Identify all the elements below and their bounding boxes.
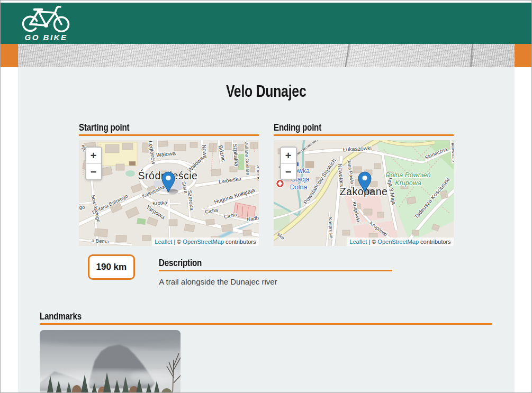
leaflet-link[interactable]: Leaflet [349, 239, 367, 245]
svg-text:Krótka: Krótka [152, 199, 167, 206]
hero-banner-image [18, 44, 515, 67]
osm-link[interactable]: OpenStreetMap [377, 239, 419, 245]
logo-text: GO BIKE [25, 33, 68, 42]
leaflet-link[interactable]: Leaflet [155, 239, 172, 245]
content-card: Velo Dunajec Starting point [18, 67, 515, 393]
hero-banner [1, 44, 531, 67]
landmarks-section: Landmarks [40, 311, 492, 393]
logo[interactable]: GO BIKE [21, 5, 71, 42]
zoom-in-button[interactable]: + [281, 148, 296, 163]
svg-text:a Bema: a Bema [91, 237, 109, 244]
ending-point-heading: Ending point [274, 122, 321, 133]
distance-badge: 190 km [88, 254, 136, 280]
landmarks-heading: Landmarks [40, 311, 82, 322]
hospital-icon [276, 180, 284, 188]
ending-point-section: Ending point [274, 122, 454, 246]
zoom-in-button[interactable]: + [86, 148, 101, 163]
maps-row: Starting point [18, 122, 515, 246]
zoom-control: + − [280, 147, 297, 180]
site-header: GO BIKE [1, 3, 531, 44]
station-label: Dolna [290, 184, 307, 191]
description-section: Description A trail alongside the Dunaje… [159, 258, 392, 286]
page: GO BIKE Velo Dunajec Starting point [0, 0, 532, 393]
bike-logo-icon [21, 5, 71, 32]
starting-point-section: Starting point [79, 122, 259, 246]
park-label: Dolna Równień [385, 171, 430, 179]
zoom-out-button[interactable]: − [86, 163, 101, 179]
description-text: A trail alongside the Dunajec river [159, 277, 392, 286]
map-attribution: Leaflet|©OpenStreetMapcontributors [152, 237, 258, 246]
page-title: Velo Dunajec [226, 81, 306, 102]
ending-point-map[interactable]: Łukaszówki Nowotarska Powstańców Śląskic… [274, 140, 454, 246]
osm-link[interactable]: OpenStreetMap [183, 239, 224, 245]
map-attribution: Leaflet|©OpenStreetMapcontributors [347, 237, 453, 246]
starting-point-heading: Starting point [79, 122, 129, 133]
svg-text:go: go [79, 204, 85, 210]
zoom-control: + − [85, 147, 102, 180]
route-info-row: 190 km Description A trail alongside the… [18, 254, 515, 286]
mountain-photo-illustration [40, 330, 181, 393]
starting-point-map[interactable]: Wałowa Wałowa Legionów Nowa Bóżnic Szpit… [79, 140, 259, 246]
landmark-photo [40, 330, 181, 393]
park-label: Krupowa [395, 179, 421, 187]
description-heading: Description [159, 258, 202, 268]
zoom-out-button[interactable]: − [281, 163, 296, 179]
